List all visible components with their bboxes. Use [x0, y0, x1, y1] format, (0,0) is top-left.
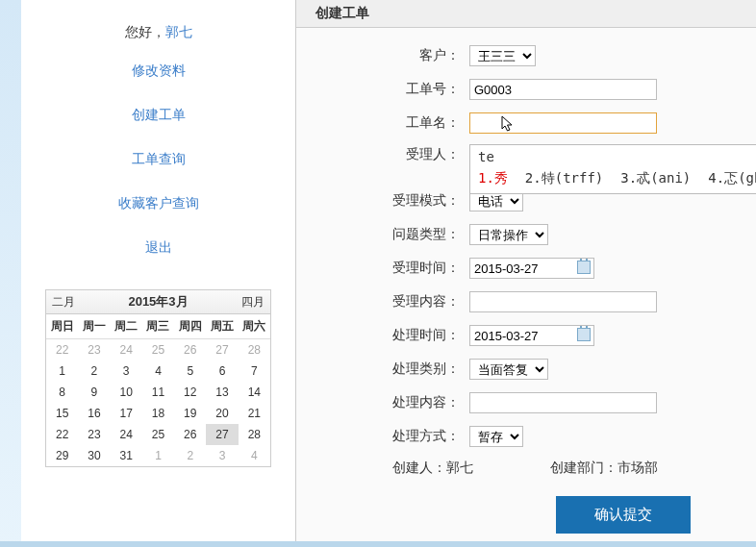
calendar-day-cell[interactable]: 4 — [142, 361, 174, 382]
greeting-prefix: 您好， — [125, 24, 165, 39]
label-accept-mode: 受理模式： — [383, 192, 460, 210]
calendar: 二月 2015年3月 四月 周日周一周二周三周四周五周六 22232425262… — [45, 289, 271, 467]
meta-row: 创建人：郭七 创建部门：市场部 — [296, 460, 756, 477]
calendar-header: 二月 2015年3月 四月 — [46, 290, 270, 314]
bottom-decorative-strip — [0, 541, 756, 547]
calendar-dow-cell: 周三 — [142, 314, 174, 339]
greeting: 您好，郭七 — [31, 24, 286, 41]
calendar-day-cell[interactable]: 9 — [78, 382, 110, 403]
calendar-day-cell[interactable]: 27 — [206, 339, 238, 361]
order-name-input[interactable] — [469, 112, 657, 134]
ime-candidate[interactable]: 3.忒(ani) — [620, 170, 691, 186]
calendar-day-cell[interactable]: 28 — [239, 339, 270, 361]
panel-title: 创建工单 — [296, 0, 756, 28]
menu-create-order[interactable]: 创建工单 — [132, 107, 186, 122]
calendar-icon[interactable] — [577, 328, 591, 341]
ime-typed-text: te — [472, 149, 756, 168]
calendar-day-cell[interactable]: 17 — [111, 403, 142, 424]
calendar-day-cell[interactable]: 6 — [206, 361, 238, 382]
accept-content-input[interactable] — [469, 291, 657, 312]
calendar-day-cell[interactable]: 1 — [142, 445, 174, 466]
calendar-body: 2223242526272812345678910111213141516171… — [46, 339, 270, 467]
calendar-day-cell[interactable]: 25 — [142, 424, 174, 445]
calendar-day-cell[interactable]: 12 — [174, 382, 206, 403]
calendar-day-cell[interactable]: 30 — [78, 445, 110, 466]
calendar-day-cell[interactable]: 29 — [46, 445, 78, 466]
menu-query-favorite[interactable]: 收藏客户查询 — [118, 195, 199, 211]
sidebar-menu: 修改资料 创建工单 工单查询 收藏客户查询 退出 — [31, 49, 286, 270]
calendar-day-cell[interactable]: 24 — [111, 339, 142, 361]
calendar-day-cell[interactable]: 20 — [206, 403, 238, 424]
calendar-day-cell[interactable]: 8 — [46, 382, 78, 403]
menu-edit-profile[interactable]: 修改资料 — [132, 62, 186, 78]
calendar-dow-cell: 周六 — [239, 314, 270, 339]
menu-logout[interactable]: 退出 — [145, 239, 172, 255]
menu-query-order[interactable]: 工单查询 — [132, 151, 186, 166]
calendar-dow-row: 周日周一周二周三周四周五周六 — [46, 314, 270, 339]
calendar-day-cell[interactable]: 4 — [239, 445, 270, 466]
ime-candidate[interactable]: 1.秀 — [478, 170, 508, 186]
calendar-day-cell[interactable]: 24 — [111, 424, 142, 445]
calendar-day-cell[interactable]: 22 — [46, 339, 78, 361]
calendar-day-cell[interactable]: 10 — [111, 382, 142, 403]
label-accept-content: 受理内容： — [383, 293, 460, 311]
calendar-day-cell[interactable]: 18 — [142, 403, 174, 424]
form: 客户： 王三三 工单号： 工单名： 受理人： te 1.秀2.特(trff)3.… — [296, 28, 756, 534]
calendar-day-cell[interactable]: 16 — [78, 403, 110, 424]
process-cat-select[interactable]: 当面答复 — [469, 359, 548, 380]
label-process-cat: 处理类别： — [383, 361, 460, 378]
label-process-time: 处理时间： — [383, 327, 460, 344]
create-dept-value: 市场部 — [617, 460, 658, 475]
process-method-select[interactable]: 暂存 — [469, 426, 523, 447]
calendar-title: 2015年3月 — [128, 293, 188, 311]
label-create-dept: 创建部门： — [550, 460, 617, 475]
calendar-day-cell[interactable]: 7 — [239, 361, 270, 382]
label-customer: 客户： — [383, 47, 460, 64]
customer-select[interactable]: 王三三 — [469, 45, 536, 66]
ime-suggestions: 1.秀2.特(trff)3.忒(ani)4.忑(ghnu)5. — [472, 168, 756, 189]
ime-candidate[interactable]: 4.忑(ghnu) — [708, 170, 756, 186]
label-process-method: 处理方式： — [383, 428, 460, 445]
calendar-day-cell[interactable]: 3 — [206, 445, 238, 466]
submit-button[interactable]: 确认提交 — [556, 496, 691, 534]
process-time-input[interactable] — [469, 325, 594, 346]
calendar-day-cell[interactable]: 26 — [174, 424, 206, 445]
ime-candidate[interactable]: 2.特(trff) — [525, 170, 603, 186]
calendar-day-cell[interactable]: 26 — [174, 339, 206, 361]
label-order-no: 工单号： — [383, 81, 460, 98]
calendar-prev-month[interactable]: 二月 — [52, 294, 75, 311]
calendar-day-cell[interactable]: 19 — [174, 403, 206, 424]
calendar-dow-cell: 周一 — [78, 314, 110, 339]
calendar-dow-cell: 周二 — [111, 314, 142, 339]
calendar-day-cell[interactable]: 3 — [111, 361, 142, 382]
order-no-input[interactable] — [469, 79, 657, 100]
calendar-dow-cell: 周五 — [206, 314, 238, 339]
calendar-icon[interactable] — [577, 261, 591, 274]
issue-type-select[interactable]: 日常操作 — [469, 224, 548, 245]
calendar-day-cell[interactable]: 2 — [174, 445, 206, 466]
calendar-day-cell[interactable]: 23 — [78, 424, 110, 445]
calendar-day-cell[interactable]: 1 — [46, 361, 78, 382]
calendar-day-cell[interactable]: 21 — [239, 403, 270, 424]
creator-value: 郭七 — [446, 460, 473, 475]
accept-time-input[interactable] — [469, 258, 594, 279]
calendar-next-month[interactable]: 四月 — [241, 294, 265, 311]
calendar-day-cell[interactable]: 5 — [174, 361, 206, 382]
calendar-day-cell[interactable]: 31 — [111, 445, 142, 466]
label-process-content: 处理内容： — [383, 394, 460, 411]
ime-autocomplete: te 1.秀2.特(trff)3.忒(ani)4.忑(ghnu)5. — [469, 144, 756, 194]
calendar-day-cell[interactable]: 22 — [46, 424, 78, 445]
calendar-day-cell[interactable]: 14 — [239, 382, 270, 403]
greeting-user: 郭七 — [165, 24, 192, 39]
calendar-day-cell[interactable]: 25 — [142, 339, 174, 361]
process-content-input[interactable] — [469, 392, 657, 413]
calendar-day-cell[interactable]: 23 — [78, 339, 110, 361]
calendar-day-cell[interactable]: 2 — [78, 361, 110, 382]
calendar-day-cell[interactable]: 13 — [206, 382, 238, 403]
calendar-day-cell[interactable]: 28 — [239, 424, 270, 445]
sidebar: 您好，郭七 修改资料 创建工单 工单查询 收藏客户查询 退出 二月 2015年3… — [21, 0, 295, 547]
calendar-day-cell[interactable]: 27 — [206, 424, 238, 445]
form-panel: 创建工单 客户： 王三三 工单号： 工单名： 受理人： te 1.秀2.特(tr… — [295, 0, 756, 547]
calendar-day-cell[interactable]: 11 — [142, 382, 174, 403]
calendar-day-cell[interactable]: 15 — [46, 403, 78, 424]
